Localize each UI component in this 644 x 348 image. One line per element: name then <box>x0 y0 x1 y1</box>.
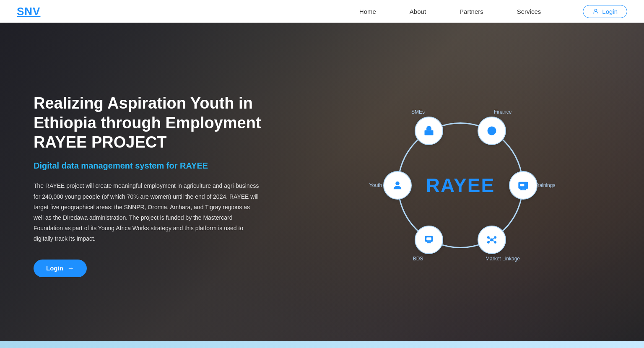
svg-point-13 <box>494 236 496 239</box>
nav-links: Home About Partners Services Login <box>359 5 627 18</box>
hero-section: Realizing Aspiration Youth in Ethiopia t… <box>0 0 644 348</box>
svg-point-12 <box>487 236 490 239</box>
svg-rect-10 <box>520 184 524 187</box>
svg-line-17 <box>493 238 494 239</box>
svg-line-18 <box>489 240 491 242</box>
diagram-node-finance: $ <box>478 117 506 145</box>
nav-login-button[interactable]: Login <box>583 5 627 18</box>
nav-partners[interactable]: Partners <box>460 8 483 15</box>
diagram-node-person <box>383 171 412 200</box>
hero-login-button[interactable]: Login → <box>34 260 87 277</box>
hero-diagram: RAYEE YouthSMEs$FinanceTrainingsMarket L… <box>310 97 610 273</box>
navbar: SNV Home About Partners Services Login <box>0 0 644 23</box>
diagram-node-label-market: Market Linkage <box>486 256 520 262</box>
arrow-icon: → <box>68 265 74 272</box>
hero-subtitle: Digital data management system for RAYEE <box>34 161 277 171</box>
svg-point-0 <box>595 9 597 11</box>
svg-rect-21 <box>426 237 431 240</box>
svg-point-14 <box>487 241 490 244</box>
diagram-node-label-smes: SMEs <box>411 109 425 115</box>
diagram-node-label-finance: Finance <box>494 109 512 115</box>
svg-point-15 <box>494 241 496 244</box>
diagram-node-trainings <box>509 171 538 200</box>
bottom-bar <box>0 341 644 348</box>
user-icon <box>592 8 599 15</box>
svg-line-16 <box>489 238 491 239</box>
svg-point-11 <box>491 238 493 241</box>
diagram-node-smes <box>415 117 443 145</box>
hero-body: The RAYEE project will create meaningful… <box>34 181 260 244</box>
hero-text-panel: Realizing Aspiration Youth in Ethiopia t… <box>34 93 277 277</box>
svg-point-1 <box>395 182 399 185</box>
nav-home[interactable]: Home <box>359 8 376 15</box>
svg-point-3 <box>428 132 430 134</box>
svg-text:$: $ <box>490 128 493 135</box>
nav-services[interactable]: Services <box>517 8 541 15</box>
logo[interactable]: SNV <box>17 5 40 18</box>
nav-about[interactable]: About <box>410 8 426 15</box>
diagram-container: RAYEE YouthSMEs$FinanceTrainingsMarket L… <box>372 97 548 273</box>
diagram-node-label-trainings: Trainings <box>535 182 556 188</box>
diagram-node-label-person: Youth <box>369 182 382 188</box>
diagram-node-label-bds: BDS <box>413 256 423 262</box>
hero-title: Realizing Aspiration Youth in Ethiopia t… <box>34 93 277 152</box>
diagram-node-bds <box>415 226 443 254</box>
diagram-node-market <box>478 226 506 254</box>
diagram-center-label: RAYEE <box>426 174 495 197</box>
hero-content: Realizing Aspiration Youth in Ethiopia t… <box>0 23 644 348</box>
svg-line-19 <box>493 240 494 242</box>
